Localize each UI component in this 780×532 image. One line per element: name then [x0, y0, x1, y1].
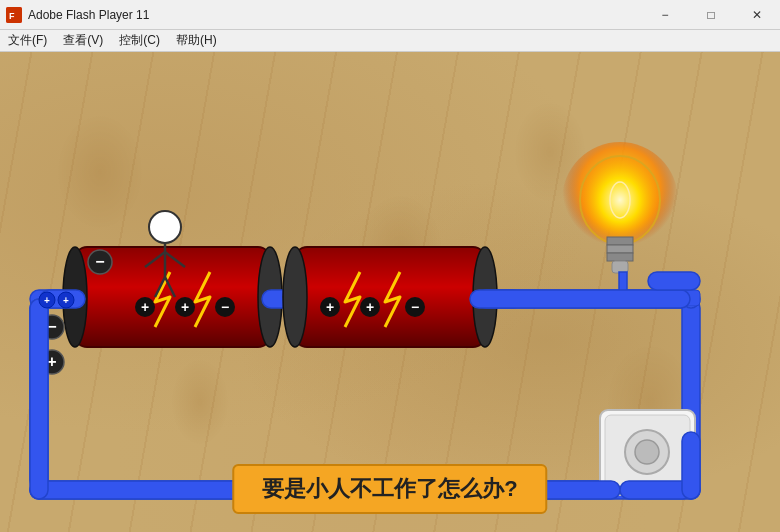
- menu-control[interactable]: 控制(C): [111, 30, 168, 51]
- svg-text:F: F: [9, 11, 15, 21]
- minimize-button[interactable]: −: [642, 0, 688, 30]
- titlebar: F Adobe Flash Player 11 − □ ✕: [0, 0, 780, 30]
- svg-rect-46: [612, 261, 628, 273]
- svg-point-52: [635, 440, 659, 464]
- svg-rect-58: [470, 290, 690, 308]
- svg-text:−: −: [95, 253, 104, 270]
- close-button[interactable]: ✕: [734, 0, 780, 30]
- menu-file[interactable]: 文件(F): [0, 30, 55, 51]
- svg-text:+: +: [63, 295, 69, 306]
- svg-rect-45: [607, 253, 633, 261]
- maximize-button[interactable]: □: [688, 0, 734, 30]
- menu-view[interactable]: 查看(V): [55, 30, 111, 51]
- svg-point-34: [149, 211, 181, 243]
- svg-rect-57: [30, 299, 48, 499]
- svg-text:+: +: [44, 295, 50, 306]
- svg-text:−: −: [221, 299, 229, 315]
- app-icon: F: [6, 7, 22, 23]
- menubar: 文件(F) 查看(V) 控制(C) 帮助(H): [0, 30, 780, 52]
- svg-text:−: −: [411, 299, 419, 315]
- message-text: 要是小人不工作了怎么办?: [262, 476, 517, 501]
- window-controls: − □ ✕: [642, 0, 780, 29]
- menu-help[interactable]: 帮助(H): [168, 30, 225, 51]
- circuit-diagram: − + + − + + − − +: [0, 52, 780, 532]
- window-title: Adobe Flash Player 11: [28, 8, 642, 22]
- svg-rect-54: [620, 481, 692, 499]
- svg-rect-59: [648, 272, 700, 290]
- svg-text:+: +: [366, 299, 374, 315]
- canvas-area: − + + − + + − − +: [0, 52, 780, 532]
- svg-text:+: +: [181, 299, 189, 315]
- svg-rect-20: [295, 247, 485, 347]
- svg-text:+: +: [141, 299, 149, 315]
- svg-text:+: +: [326, 299, 334, 315]
- svg-rect-43: [607, 237, 633, 245]
- svg-rect-55: [682, 432, 700, 499]
- svg-rect-44: [607, 245, 633, 253]
- message-box: 要是小人不工作了怎么办?: [232, 464, 547, 514]
- svg-point-41: [580, 156, 660, 244]
- svg-point-21: [283, 247, 307, 347]
